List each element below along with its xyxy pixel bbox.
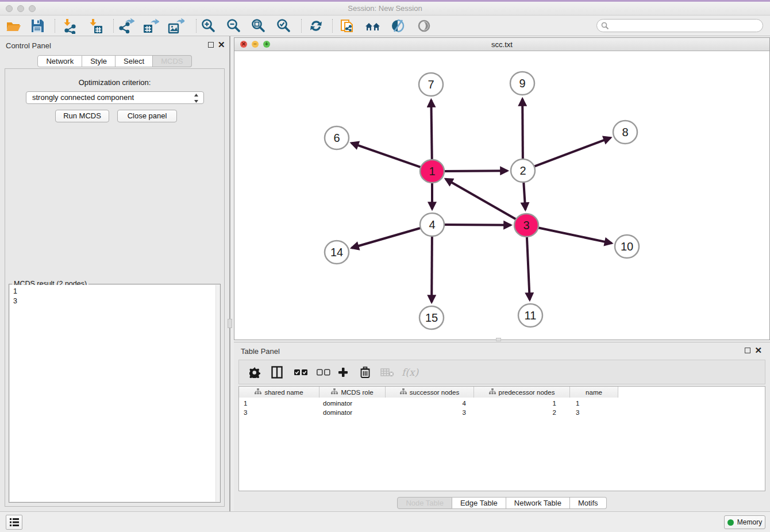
shared-column-icon xyxy=(400,388,407,396)
graph-edge-4-3[interactable] xyxy=(442,225,511,225)
graph-edge-2-8[interactable] xyxy=(532,138,611,167)
memory-button[interactable]: Memory xyxy=(724,515,765,529)
graph-node-10[interactable]: 10 xyxy=(615,235,639,258)
table-panel-title: Table Panel xyxy=(241,347,280,356)
graph-node-8[interactable]: 8 xyxy=(613,121,637,144)
memory-status-icon xyxy=(727,519,734,526)
table-cell[interactable]: 3 xyxy=(570,408,618,417)
table-cell[interactable]: dominator xyxy=(319,408,386,417)
graph-edge-3-10[interactable] xyxy=(536,228,612,244)
table-cell[interactable]: 3 xyxy=(239,408,319,417)
network-canvas[interactable]: 7968124314101511 xyxy=(234,51,769,340)
search-input[interactable] xyxy=(611,20,759,31)
table-cell[interactable]: 4 xyxy=(386,399,474,408)
column-header-MCDS-role[interactable]: MCDS role xyxy=(319,387,386,398)
column-header-name[interactable]: name xyxy=(570,387,618,398)
zoom-in-icon[interactable] xyxy=(200,18,217,34)
import-network-icon[interactable] xyxy=(61,18,78,34)
delete-column-trash-icon[interactable] xyxy=(360,365,370,379)
tab-network-table[interactable]: Network Table xyxy=(506,497,570,509)
function-builder-icon[interactable]: f(x) xyxy=(402,365,418,379)
table-row[interactable]: 1dominator411 xyxy=(239,399,765,408)
horizontal-splitter-grip[interactable] xyxy=(496,338,501,341)
table-settings-gear-icon[interactable] xyxy=(249,365,260,379)
table-cell[interactable]: 1 xyxy=(474,399,570,408)
graph-edge-4-14[interactable] xyxy=(352,228,423,248)
tab-edge-table[interactable]: Edge Table xyxy=(452,497,506,509)
graph-edge-1-2[interactable] xyxy=(442,171,507,171)
float-panel-icon[interactable] xyxy=(208,42,214,48)
zoom-out-icon[interactable] xyxy=(225,18,242,34)
export-image-icon[interactable] xyxy=(167,18,184,34)
close-panel-button[interactable]: Close panel xyxy=(117,110,177,122)
column-header-shared-name[interactable]: shared name xyxy=(239,387,319,398)
close-panel-icon[interactable]: ✕ xyxy=(218,42,225,48)
task-history-button[interactable] xyxy=(6,515,22,530)
export-table-icon[interactable] xyxy=(142,18,159,34)
table-cell[interactable]: 1 xyxy=(570,399,618,408)
graph-node-3[interactable]: 3 xyxy=(514,214,538,237)
float-table-panel-icon[interactable] xyxy=(745,348,750,353)
show-columns-icon[interactable] xyxy=(271,365,283,379)
table-cell[interactable]: dominator xyxy=(319,399,386,408)
graph-node-2[interactable]: 2 xyxy=(511,159,535,182)
graph-edge-1-7[interactable] xyxy=(431,100,432,161)
houses-icon[interactable] xyxy=(364,18,382,34)
node-table: shared nameMCDS rolesuccessor nodesprede… xyxy=(238,386,765,491)
graph-edge-3-11[interactable] xyxy=(527,235,530,300)
tab-motifs[interactable]: Motifs xyxy=(570,497,607,509)
tab-select[interactable]: Select xyxy=(116,55,153,67)
graph-node-15[interactable]: 15 xyxy=(419,306,444,329)
table-cell[interactable]: 1 xyxy=(239,399,319,408)
graph-node-6[interactable]: 6 xyxy=(325,126,349,149)
graph-node-7[interactable]: 7 xyxy=(419,73,443,96)
graph-node-9[interactable]: 9 xyxy=(510,72,534,95)
tab-style[interactable]: Style xyxy=(82,55,116,67)
column-header-predecessor-nodes[interactable]: predecessor nodes xyxy=(474,387,570,398)
open-session-icon[interactable] xyxy=(5,18,22,34)
table-row[interactable]: 3dominator323 xyxy=(239,408,765,417)
criterion-dropdown[interactable]: strongly connected component xyxy=(26,91,204,104)
search-box[interactable] xyxy=(596,19,763,32)
graph-node-14[interactable]: 14 xyxy=(325,241,349,264)
network-window-titlebar[interactable]: ✕ − + scc.txt xyxy=(234,38,769,51)
table-cell[interactable]: 2 xyxy=(474,408,570,417)
import-table-icon[interactable] xyxy=(87,18,104,34)
tab-node-table[interactable]: Node Table xyxy=(397,497,452,509)
graph-edge-2-3[interactable] xyxy=(523,180,525,210)
tab-network[interactable]: Network xyxy=(37,55,82,67)
delete-table-icon[interactable] xyxy=(380,365,394,379)
run-mcds-button[interactable]: Run MCDS xyxy=(55,110,109,122)
zoom-fit-icon[interactable] xyxy=(250,18,267,34)
result-scrollbar[interactable] xyxy=(215,285,220,502)
unselect-all-columns-icon[interactable] xyxy=(317,365,330,379)
search-icon xyxy=(601,22,609,30)
graph-node-1[interactable]: 1 xyxy=(420,160,444,183)
graph-edge-3-1[interactable] xyxy=(445,179,518,220)
graph-edge-1-6[interactable] xyxy=(351,143,422,168)
zoom-selected-icon[interactable] xyxy=(275,18,292,34)
graph-node-label: 9 xyxy=(519,77,525,90)
graph-node-11[interactable]: 11 xyxy=(518,304,542,327)
close-table-panel-icon[interactable]: ✕ xyxy=(754,348,762,353)
refresh-icon[interactable] xyxy=(307,18,325,34)
graph-edge-4-15[interactable] xyxy=(432,234,432,302)
toolbar-separator xyxy=(113,19,114,33)
control-panel: Control Panel ✕ NetworkStyleSelectMCDS O… xyxy=(0,36,230,511)
select-all-columns-icon[interactable] xyxy=(294,365,308,379)
graph-edge-2-9[interactable] xyxy=(522,99,523,161)
tab-mcds[interactable]: MCDS xyxy=(153,55,191,67)
label-toggle-icon[interactable] xyxy=(390,18,407,34)
save-session-icon[interactable] xyxy=(29,18,46,34)
eye-icon[interactable] xyxy=(415,18,433,34)
table-cell[interactable]: 3 xyxy=(386,408,474,417)
column-header-successor-nodes[interactable]: successor nodes xyxy=(386,387,474,398)
graph-node-label: 8 xyxy=(622,126,628,138)
mcds-result-group: MCDS result (2 nodes) 13 xyxy=(9,284,221,503)
network-graph[interactable]: 7968124314101511 xyxy=(234,51,769,340)
clone-network-icon[interactable] xyxy=(339,18,356,34)
create-column-plus-icon[interactable] xyxy=(338,365,348,379)
export-network-icon[interactable] xyxy=(117,18,134,34)
mcds-result-list[interactable]: 13 xyxy=(10,285,220,502)
graph-node-4[interactable]: 4 xyxy=(420,213,444,236)
